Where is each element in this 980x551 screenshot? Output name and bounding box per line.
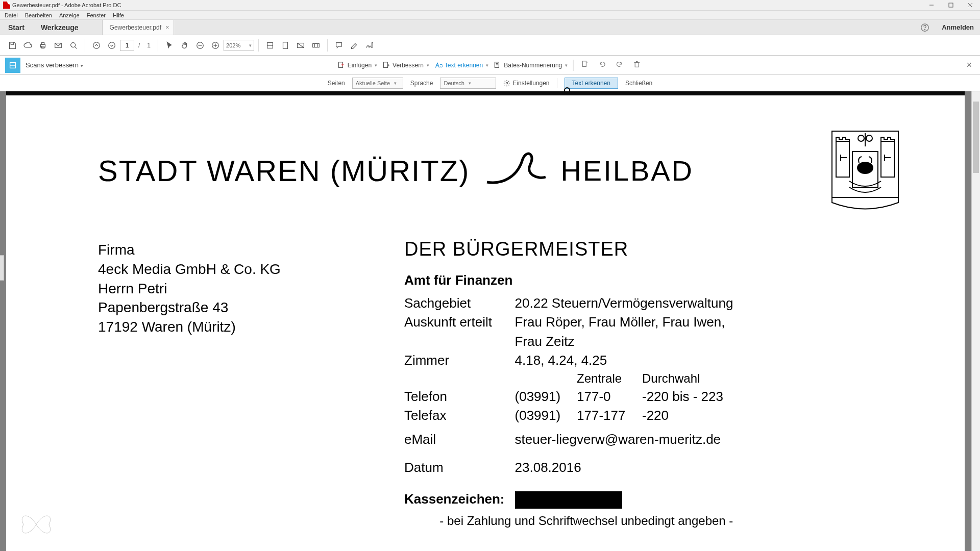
page-total: 1 [144,42,154,49]
document-viewport[interactable]: STADT WAREN (MÜRITZ) HEILBAD [0,91,980,551]
pdf-page: STADT WAREN (MÜRITZ) HEILBAD [6,91,965,551]
doc-heilbad: HEILBAD [560,154,694,187]
svg-point-14 [109,42,115,48]
bates-dropdown[interactable]: Bates-Nummerierung▾ [494,61,568,69]
ocr-recognize-button[interactable]: Text erkennen [565,78,618,89]
tab-start[interactable]: Start [0,20,33,35]
ocr-lang-label: Sprache [410,80,433,87]
menu-bar: Datei Bearbeiten Anzeige Fenster Hilfe [0,11,980,20]
svg-rect-42 [836,141,849,177]
reading-mode-icon[interactable] [293,38,308,53]
svg-line-24 [298,43,304,47]
ocr-settings-button[interactable]: Einstellungen [503,80,549,87]
sender-info-block: DER BÜRGERMEISTER Amt für Finanzen Sachg… [404,215,903,530]
page-up-icon[interactable] [89,38,104,53]
select-tool-icon[interactable] [162,38,177,53]
svg-rect-37 [635,62,639,67]
menu-file[interactable]: Datei [1,12,21,18]
svg-rect-35 [582,61,586,66]
scan-enhance-mode-dropdown[interactable]: Scans verbessern▾ [26,61,83,69]
scroll-mode-icon[interactable] [309,38,323,53]
save-icon[interactable] [5,38,19,53]
comment-icon[interactable] [332,38,346,53]
rotate-ccw-icon[interactable] [596,60,608,70]
print-icon[interactable] [36,38,50,53]
fit-width-icon[interactable] [263,38,277,53]
svg-rect-8 [41,42,44,44]
help-button[interactable] [914,20,936,35]
sidebar-expand-handle[interactable] [0,255,4,281]
document-tabstrip: Start Werkzeuge Gewerbesteuer.pdf × Anme… [0,20,980,35]
tab-tools[interactable]: Werkzeuge [33,20,87,35]
cloud-icon[interactable] [20,38,35,53]
insert-file-icon[interactable] [578,60,591,70]
recipient-address: Firma 4eck Media GmbH & Co. KG Herrn Pet… [98,240,374,337]
svg-point-11 [71,42,76,47]
page-number-input[interactable] [120,40,134,51]
menu-view[interactable]: Anzeige [56,12,83,18]
svg-rect-22 [283,42,288,48]
window-minimize-button[interactable] [922,0,941,11]
svg-rect-28 [372,42,373,47]
swoosh-logo-icon [482,149,548,192]
scrollbar-thumb[interactable] [973,102,979,173]
menu-edit[interactable]: Bearbeiten [21,12,56,18]
svg-rect-6 [11,42,13,44]
zoom-select[interactable]: 202%▾ [224,40,254,51]
scanbar-close-icon[interactable]: × [963,60,975,70]
svg-point-47 [866,135,872,141]
rotate-cw-icon[interactable] [613,60,625,70]
signin-button[interactable]: Anmelden [936,20,980,35]
menu-help[interactable]: Hilfe [109,12,128,18]
scan-enhance-toolbar: Scans verbessern▾ Einfügen▾ Verbessern▾ … [0,56,980,75]
ocr-close-link[interactable]: Schließen [625,80,652,87]
tab-document-close-icon[interactable]: × [165,23,169,31]
menu-window[interactable]: Fenster [83,12,109,18]
zoom-value: 202% [226,42,240,48]
page-down-icon[interactable] [105,38,119,53]
ocr-pages-dropdown[interactable]: Aktuelle Seite▾ [352,78,403,89]
fit-page-icon[interactable] [278,38,292,53]
page-separator: / [135,42,143,49]
window-close-button[interactable] [961,0,980,11]
tab-document-label: Gewerbesteuer.pdf [110,24,161,31]
redacted-block [515,491,622,509]
svg-point-45 [857,162,873,174]
doc-city-title: STADT WAREN (MÜRITZ) [98,154,470,188]
sign-icon[interactable] [362,38,377,53]
acrobat-app-icon [3,2,10,9]
hand-tool-icon[interactable] [178,38,192,53]
search-icon[interactable] [66,38,81,53]
svg-rect-43 [881,141,894,177]
svg-point-5 [925,29,925,30]
city-crest-icon [827,126,903,215]
enhance-dropdown[interactable]: Verbessern▾ [382,61,429,69]
ocr-pages-label: Seiten [328,80,345,87]
zoom-out-icon[interactable] [193,38,207,53]
ocr-dropdown[interactable]: Text erkennen▾ [434,61,488,69]
insert-dropdown[interactable]: Einfügen▾ [337,61,377,69]
svg-rect-1 [949,3,953,7]
svg-point-46 [858,135,864,141]
scan-enhance-icon [5,58,20,73]
svg-line-12 [75,46,77,48]
window-maximize-button[interactable] [941,0,961,11]
svg-rect-31 [384,62,388,67]
window-title: Gewerbesteuer.pdf - Adobe Acrobat Pro DC [12,2,922,8]
ocr-options-toolbar: Seiten Aktuelle Seite▾ Sprache Deutsch▾ … [0,75,980,91]
tab-document[interactable]: Gewerbesteuer.pdf × [102,20,174,35]
svg-point-40 [506,82,508,84]
svg-rect-25 [313,43,320,47]
vertical-scrollbar[interactable] [971,91,980,551]
butterfly-watermark-icon [18,509,54,542]
ocr-lang-dropdown[interactable]: Deutsch▾ [440,78,496,89]
highlight-icon[interactable] [347,38,361,53]
delete-icon[interactable] [630,60,643,70]
mail-icon[interactable] [51,38,65,53]
main-toolbar: / 1 202%▾ [0,35,980,56]
window-titlebar: Gewerbesteuer.pdf - Adobe Acrobat Pro DC [0,0,980,11]
svg-point-13 [93,42,100,48]
zoom-in-icon[interactable] [208,38,223,53]
